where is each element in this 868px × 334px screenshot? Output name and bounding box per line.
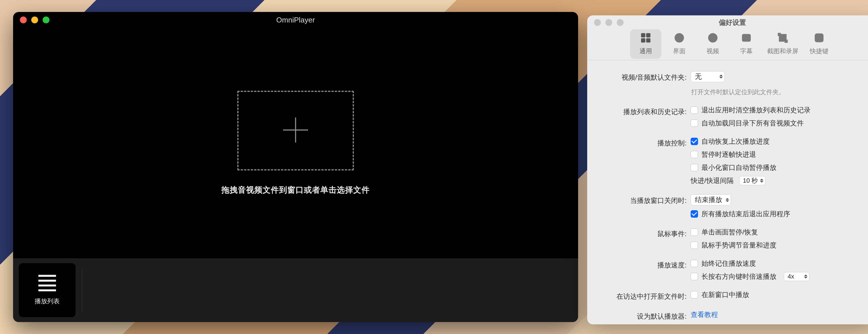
- default-player-tutorial-link[interactable]: 查看教程: [691, 310, 718, 319]
- tab-capture[interactable]: 截图和录屏: [764, 29, 801, 59]
- checkbox-label: 单击画面暂停/恢复: [702, 228, 758, 237]
- tab-shortcut[interactable]: 快捷键: [804, 29, 835, 59]
- subtitle-icon: [741, 32, 752, 45]
- on-close-value: 结束播放: [695, 196, 722, 203]
- default-folder-value: 无: [695, 73, 702, 80]
- checkbox-gesture[interactable]: [691, 242, 698, 249]
- svg-point-6: [675, 34, 684, 42]
- minimize-button[interactable]: [606, 19, 612, 26]
- svg-rect-2: [641, 33, 645, 37]
- tab-label: 通用: [640, 47, 652, 55]
- default-folder-hint: 打开文件时默认定位到此文件夹。: [691, 88, 862, 96]
- checkbox-minimize-pause[interactable]: [691, 164, 698, 171]
- checkbox-label: 所有播放结束后退出应用程序: [702, 210, 790, 219]
- plus-icon: [280, 114, 311, 147]
- close-button[interactable]: [20, 17, 27, 23]
- longpress-speed-popup[interactable]: 4x: [784, 272, 809, 281]
- seek-interval-label: 快进/快退间隔: [691, 176, 734, 185]
- chevron-updown-icon: [804, 275, 807, 279]
- player-bottom-bar: 播放列表: [13, 258, 578, 322]
- playback-control-label: 播放控制:: [603, 137, 691, 148]
- player-window: OmniPlayer 拖拽音视频文件到窗口或者单击选择文件 播放列表: [13, 12, 578, 322]
- player-window-title: OmniPlayer: [13, 16, 578, 25]
- video-icon: [707, 32, 718, 45]
- player-main: 拖拽音视频文件到窗口或者单击选择文件: [13, 28, 578, 258]
- tab-general[interactable]: 通用: [630, 29, 661, 59]
- playlist-icon: [38, 275, 56, 291]
- checkbox-resume-progress[interactable]: [691, 138, 698, 145]
- zoom-button[interactable]: [43, 17, 50, 23]
- checkbox-label: 最小化窗口自动暂停播放: [702, 163, 776, 172]
- prefs-titlebar: 偏好设置: [587, 16, 868, 30]
- svg-rect-5: [646, 38, 650, 43]
- playlist-button-label: 播放列表: [35, 297, 60, 306]
- checkbox-label: 暂停时逐帧快进退: [702, 150, 756, 159]
- prefs-traffic-lights: [594, 19, 624, 26]
- checkbox-label: 鼠标手势调节音量和进度: [702, 241, 776, 250]
- tab-ui[interactable]: 界面: [664, 29, 695, 59]
- grid-icon: [640, 32, 651, 45]
- player-traffic-lights: [20, 17, 50, 23]
- open-in-finder-label: 在访达中打开新文件时:: [603, 290, 691, 301]
- row-on-close: 当播放窗口关闭时: 结束播放 所有播放结束后退出应用程序: [603, 194, 862, 219]
- tab-video[interactable]: 视频: [697, 29, 728, 59]
- row-mouse: 鼠标事件: 单击画面暂停/恢复 鼠标手势调节音量和进度: [603, 228, 862, 250]
- checkbox-autoload-dir[interactable]: [691, 119, 698, 127]
- row-speed: 播放速度: 始终记住播放速度 长按右方向键时倍速播放 4x: [603, 259, 862, 281]
- checkbox-label: 自动恢复上次播放进度: [702, 137, 770, 146]
- prefs-window-title: 偏好设置: [587, 18, 868, 27]
- ui-icon: [674, 32, 685, 45]
- row-playback-control: 播放控制: 自动恢复上次播放进度 暂停时逐帧快进退 最小化窗口自动暂停播放 快进…: [603, 137, 862, 185]
- seek-interval-popup[interactable]: 10 秒: [739, 176, 766, 185]
- default-folder-popup[interactable]: 无: [691, 71, 725, 82]
- checkbox-label: 退出应用时清空播放列表和历史记录: [702, 106, 811, 115]
- tab-subtitle[interactable]: 字幕: [731, 29, 762, 59]
- chevron-updown-icon: [725, 198, 729, 202]
- zoom-button[interactable]: [617, 19, 624, 26]
- tab-label: 界面: [673, 47, 685, 55]
- checkbox-label: 在新窗口中播放: [702, 290, 749, 299]
- checkbox-label: 长按右方向键时倍速播放: [702, 272, 776, 281]
- tab-label: 截图和录屏: [767, 47, 798, 55]
- mouse-label: 鼠标事件:: [603, 228, 691, 239]
- checkbox-frame-step[interactable]: [691, 151, 698, 158]
- prefs-toolbar: 通用 界面 视频 字幕 截图和录屏: [587, 30, 868, 60]
- on-close-popup[interactable]: 结束播放: [691, 194, 731, 205]
- default-folder-label: 视频/音频默认文件夹:: [603, 71, 691, 82]
- checkbox-clear-on-quit[interactable]: [691, 106, 698, 114]
- capture-icon: [777, 32, 788, 45]
- dropzone-hint: 拖拽音视频文件到窗口或者单击选择文件: [221, 185, 370, 195]
- chevron-updown-icon: [719, 75, 723, 79]
- preferences-window: 偏好设置 通用 界面 视频 字幕: [587, 16, 868, 324]
- speed-label: 播放速度:: [603, 259, 691, 270]
- on-close-label: 当播放窗口关闭时:: [603, 194, 691, 205]
- checkbox-click-pause[interactable]: [691, 228, 698, 236]
- row-default-player: 设为默认播放器: 查看教程: [603, 310, 862, 321]
- tab-label: 视频: [707, 47, 719, 55]
- prefs-body: 视频/音频默认文件夹: 无 打开文件时默认定位到此文件夹。 播放列表和历史记录:…: [587, 60, 868, 324]
- svg-rect-4: [641, 38, 645, 43]
- default-player-label: 设为默认播放器:: [603, 310, 691, 321]
- shortcut-icon: [813, 32, 825, 45]
- playlist-history-label: 播放列表和历史记录:: [603, 106, 691, 116]
- longpress-speed-value: 4x: [787, 273, 794, 280]
- checkbox-label: 始终记住播放速度: [702, 259, 756, 268]
- row-open-in-finder: 在访达中打开新文件时: 在新窗口中播放: [603, 290, 862, 301]
- close-button[interactable]: [594, 19, 601, 26]
- svg-rect-12: [779, 34, 786, 41]
- checkbox-quit-after-all[interactable]: [691, 210, 698, 218]
- svg-rect-3: [646, 33, 650, 37]
- divider: [82, 269, 82, 311]
- playlist-button[interactable]: 播放列表: [19, 263, 75, 317]
- seek-interval-value: 10 秒: [743, 177, 758, 184]
- player-titlebar: OmniPlayer: [13, 12, 578, 28]
- checkbox-remember-speed[interactable]: [691, 260, 698, 267]
- checkbox-longpress-speed[interactable]: [691, 273, 698, 280]
- checkbox-new-window[interactable]: [691, 291, 698, 299]
- dropzone[interactable]: [237, 91, 354, 170]
- row-playlist-history: 播放列表和历史记录: 退出应用时清空播放列表和历史记录 自动加载同目录下所有音视…: [603, 106, 862, 128]
- row-default-folder: 视频/音频默认文件夹: 无 打开文件时默认定位到此文件夹。: [603, 71, 862, 96]
- tab-label: 字幕: [740, 47, 753, 55]
- minimize-button[interactable]: [31, 17, 38, 23]
- checkbox-label: 自动加载同目录下所有音视频文件: [702, 119, 804, 128]
